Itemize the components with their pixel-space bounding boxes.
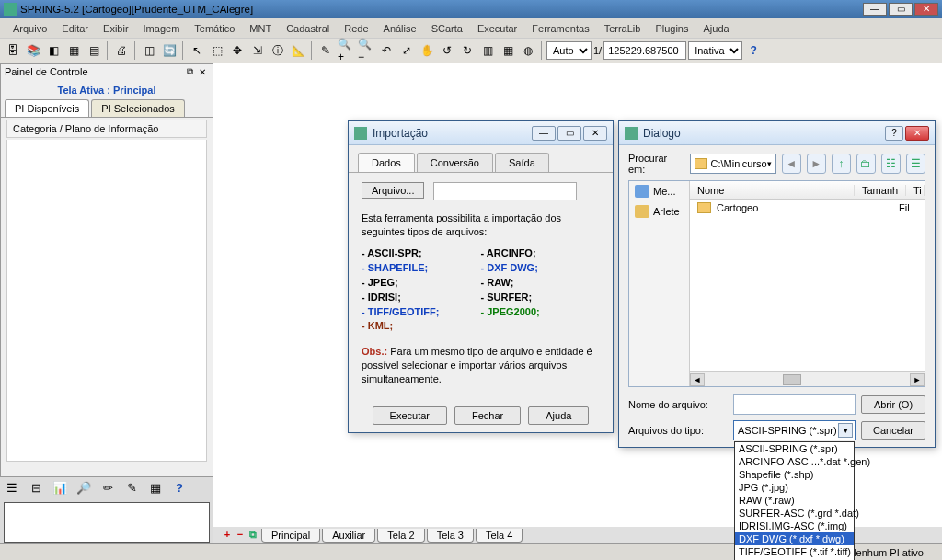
- nav-listview-button[interactable]: ☷: [881, 154, 901, 174]
- tool-undo-icon[interactable]: ↺: [438, 41, 456, 60]
- tool-props-icon[interactable]: ▤: [85, 41, 103, 60]
- import-tab-conversao[interactable]: Conversão: [417, 153, 493, 172]
- import-arquivo-button[interactable]: Arquivo...: [362, 182, 424, 199]
- panel-tool-tree-icon[interactable]: ⊟: [28, 481, 44, 497]
- tool-redo-icon[interactable]: ↻: [458, 41, 477, 60]
- nav-back-button[interactable]: ◄: [782, 154, 801, 174]
- place-user[interactable]: Arlete: [629, 201, 689, 222]
- tab-duplicate-button[interactable]: ⧉: [247, 529, 259, 542]
- status-select[interactable]: Inativa: [688, 41, 742, 60]
- panel-tool-chart-icon[interactable]: 📊: [52, 481, 68, 497]
- panel-close-button[interactable]: ✕: [196, 67, 209, 77]
- menu-ferramentas[interactable]: Ferramentas: [524, 20, 596, 37]
- menu-plugins[interactable]: Plugins: [648, 20, 695, 37]
- menu-ajuda[interactable]: Ajuda: [695, 20, 736, 37]
- file-row[interactable]: Cartogeo Fil: [690, 200, 925, 216]
- panel-tool-help-icon[interactable]: ?: [171, 481, 188, 497]
- menu-tematico[interactable]: Temático: [187, 20, 242, 37]
- import-arquivo-field[interactable]: [433, 182, 577, 200]
- tab-add-button[interactable]: +: [221, 529, 234, 542]
- panel-tool-table-icon[interactable]: ▦: [147, 481, 164, 497]
- panel-tool-draw-icon[interactable]: ✎: [123, 481, 140, 497]
- nav-fwd-button[interactable]: ►: [807, 154, 826, 174]
- panel-tool-edit-icon[interactable]: ✏: [99, 481, 116, 497]
- tool-link-icon[interactable]: ⇲: [248, 41, 267, 60]
- chevron-down-icon[interactable]: ▾: [838, 423, 853, 438]
- panel-tool-list-icon[interactable]: ☰: [4, 481, 20, 497]
- tool-pointer-icon[interactable]: ↖: [188, 41, 206, 60]
- filetype-option[interactable]: RAW (*.raw): [735, 494, 854, 507]
- tab-tela4[interactable]: Tela 4: [476, 529, 523, 543]
- tool-grid-icon[interactable]: ▦: [64, 41, 83, 60]
- tab-tela3[interactable]: Tela 3: [427, 529, 474, 543]
- cancel-button[interactable]: Cancelar: [861, 421, 925, 440]
- menu-terralib[interactable]: TerraLib: [597, 20, 649, 37]
- dialog-help-button[interactable]: ?: [885, 126, 903, 141]
- tool-draw-icon[interactable]: ✎: [316, 41, 335, 60]
- import-close2-button[interactable]: Fechar: [454, 406, 521, 425]
- tool-db-icon[interactable]: 🗄: [4, 41, 22, 60]
- menu-rede[interactable]: Rede: [337, 20, 375, 37]
- minimize-button[interactable]: —: [863, 3, 887, 16]
- tab-pi-disponiveis[interactable]: PI Disponíveis: [5, 99, 89, 117]
- close-button[interactable]: ✕: [914, 3, 938, 16]
- tool-move-icon[interactable]: ✥: [228, 41, 247, 60]
- menu-cadastral[interactable]: Cadastral: [279, 20, 337, 37]
- menu-arquivo[interactable]: Arquivo: [6, 20, 54, 37]
- import-exec-button[interactable]: Executar: [373, 406, 447, 425]
- tab-principal[interactable]: Principal: [261, 529, 320, 543]
- filetype-option[interactable]: ASCII-SPRING (*.spr): [735, 442, 854, 455]
- filetype-option[interactable]: DXF DWG (*.dxf *.dwg): [735, 532, 854, 545]
- import-help-button[interactable]: Ajuda: [528, 406, 589, 425]
- pi-list[interactable]: [6, 140, 207, 462]
- tool-zoomout-icon[interactable]: 🔍−: [357, 41, 375, 60]
- maximize-button[interactable]: ▭: [889, 3, 913, 16]
- tool-select-icon[interactable]: ⬚: [208, 41, 226, 60]
- tab-pi-selecionados[interactable]: PI Selecionados: [91, 99, 185, 117]
- tool-info-icon[interactable]: ⓘ: [269, 41, 287, 60]
- place-computer[interactable]: Me...: [629, 181, 689, 201]
- tab-tela2[interactable]: Tela 2: [377, 529, 424, 543]
- open-button[interactable]: Abrir (O): [861, 395, 925, 414]
- import-close-button[interactable]: ✕: [583, 126, 607, 141]
- tool-zoomin-icon[interactable]: 🔍+: [337, 41, 355, 60]
- filetype-option[interactable]: IDRISI.IMG-ASC (*.img): [735, 520, 854, 532]
- nav-up-button[interactable]: ↑: [832, 154, 851, 174]
- tool-zoomfull-icon[interactable]: ⤢: [397, 41, 416, 60]
- menu-editar[interactable]: Editar: [54, 20, 96, 37]
- menu-imagem[interactable]: Imagem: [136, 20, 188, 37]
- tool-panel-icon[interactable]: ◫: [140, 41, 158, 60]
- tool-pan-icon[interactable]: ✋: [418, 41, 436, 60]
- scale-mode-select[interactable]: Auto: [546, 41, 592, 60]
- tool-refresh-icon[interactable]: 🔄: [160, 41, 178, 60]
- tool-help-icon[interactable]: ?: [744, 41, 763, 60]
- menu-scarta[interactable]: SCarta: [424, 20, 470, 37]
- dialog-close-button[interactable]: ✕: [905, 126, 929, 141]
- tool-print-icon[interactable]: 🖨: [112, 41, 131, 60]
- import-min-button[interactable]: —: [532, 126, 556, 141]
- menu-executar[interactable]: Executar: [470, 20, 524, 37]
- scale-value-input[interactable]: [603, 41, 686, 60]
- tool-zoomprev-icon[interactable]: ↶: [377, 41, 396, 60]
- menu-mnt[interactable]: MNT: [242, 20, 279, 37]
- tool-grid2-icon[interactable]: ▦: [499, 41, 517, 60]
- import-tab-saida[interactable]: Saída: [495, 153, 549, 172]
- menu-analise[interactable]: Análise: [376, 20, 424, 37]
- tab-remove-button[interactable]: −: [234, 529, 247, 542]
- overview-panel[interactable]: [4, 502, 210, 543]
- nav-detailview-button[interactable]: ☰: [906, 154, 925, 174]
- import-max-button[interactable]: ▭: [557, 126, 581, 141]
- menu-exibir[interactable]: Exibir: [96, 20, 136, 37]
- file-hscroll[interactable]: ◄►: [690, 371, 925, 386]
- nav-newfolder-button[interactable]: 🗀: [856, 154, 876, 174]
- filetype-option[interactable]: TIFF/GEOTIFF (*.tif *.tiff): [735, 545, 854, 558]
- import-tab-dados[interactable]: Dados: [358, 153, 415, 172]
- tool-3d-icon[interactable]: ◍: [519, 41, 537, 60]
- filetype-option[interactable]: ARCINFO-ASC ...*.dat *.gen): [735, 455, 854, 468]
- tool-measure-icon[interactable]: 📐: [289, 41, 307, 60]
- tool-split-icon[interactable]: ▥: [478, 41, 497, 60]
- tab-auxiliar[interactable]: Auxiliar: [322, 529, 375, 543]
- look-in-combo[interactable]: C:\Minicurso ▾: [690, 154, 776, 174]
- filetype-combo[interactable]: ASCII-SPRING (*.spr) ▾ ASCII-SPRING (*.s…: [733, 420, 856, 440]
- tool-model-icon[interactable]: ◧: [44, 41, 63, 60]
